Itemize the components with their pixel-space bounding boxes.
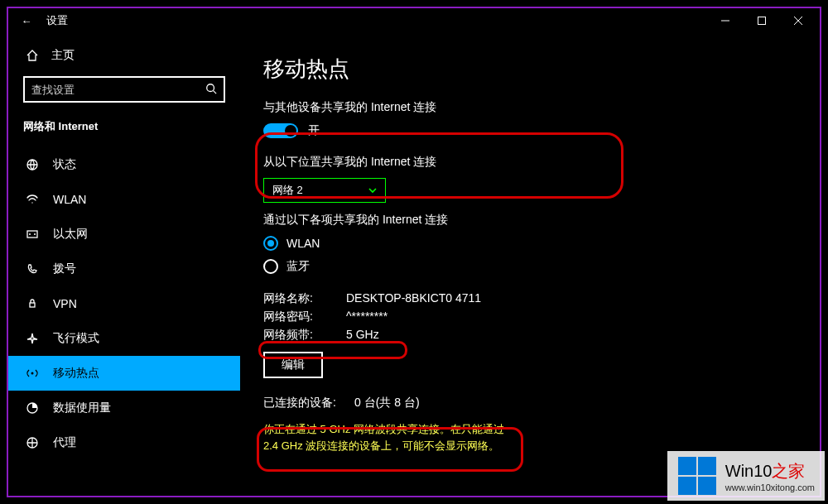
window-title: 设置 (41, 13, 68, 28)
share-from-label: 从以下位置共享我的 Internet 连接 (263, 155, 797, 170)
sidebar-item-label: 代理 (53, 435, 76, 450)
share-label: 与其他设备共享我的 Internet 连接 (263, 100, 797, 115)
wifi-icon (25, 192, 40, 207)
dialup-icon (25, 262, 40, 276)
dropdown-value: 网络 2 (272, 183, 303, 198)
net-name-val: DESKTOP-8BKICT0 4711 (346, 289, 481, 307)
radio-label: 蓝牙 (286, 259, 310, 274)
sidebar-item-proxy[interactable]: 代理 (8, 425, 240, 460)
band-warning: 你正在通过 5 GHz 网络波段共享连接。在只能通过 2.4 GHz 波段连接的… (263, 421, 512, 454)
radio-label: WLAN (286, 237, 320, 250)
home-label: 主页 (51, 48, 75, 63)
search-box[interactable] (23, 76, 225, 103)
maximize-button[interactable] (744, 9, 780, 32)
sidebar-item-hotspot[interactable]: 移动热点 (8, 356, 240, 391)
sidebar-item-label: 飞行模式 (53, 331, 99, 346)
brand-a: Win10 (725, 462, 773, 480)
brand-b: 之家 (772, 462, 805, 480)
minimize-button[interactable] (707, 9, 744, 32)
settings-window: ← 设置 主页 网络和 Inter (7, 7, 821, 497)
radio-wlan[interactable]: WLAN (263, 236, 797, 251)
sidebar-item-label: 以太网 (53, 227, 88, 242)
net-pwd-val: ^******** (346, 307, 388, 325)
chevron-down-icon (368, 185, 377, 197)
net-band-val: 5 GHz (346, 325, 379, 343)
sidebar-home[interactable]: 主页 (8, 40, 240, 71)
home-icon (25, 48, 40, 63)
svg-point-1 (207, 84, 214, 91)
titlebar: ← 设置 (8, 8, 820, 33)
hotspot-icon (25, 366, 40, 381)
connected-key: 已连接的设备: (263, 393, 354, 411)
sidebar-item-label: WLAN (53, 193, 86, 206)
share-from-dropdown[interactable]: 网络 2 (263, 178, 386, 203)
edit-button[interactable]: 编辑 (263, 352, 323, 378)
sidebar-item-label: 拨号 (53, 262, 76, 276)
toggle-state: 开 (308, 123, 320, 138)
connected-val: 0 台(共 8 台) (354, 393, 420, 411)
net-name-key: 网络名称: (263, 289, 346, 307)
sidebar-item-ethernet[interactable]: 以太网 (8, 217, 240, 252)
main-content: 移动热点 与其他设备共享我的 Internet 连接 开 从以下位置共享我的 I… (240, 33, 820, 496)
search-icon (205, 83, 217, 97)
sidebar-item-status[interactable]: 状态 (8, 147, 240, 182)
status-icon (25, 157, 40, 172)
sidebar-category: 网络和 Internet (8, 114, 240, 144)
radio-icon (263, 259, 278, 274)
watermark: Win10之家 www.win10xitong.com (667, 451, 825, 501)
sidebar-item-label: 数据使用量 (53, 401, 111, 415)
svg-rect-0 (758, 17, 766, 25)
sidebar-item-label: 移动热点 (53, 366, 99, 381)
net-pwd-key: 网络密码: (263, 307, 346, 325)
brand-url: www.win10xitong.com (725, 482, 815, 492)
sidebar-item-label: VPN (53, 297, 77, 310)
windows-logo-icon (677, 456, 717, 496)
sidebar-item-wlan[interactable]: WLAN (8, 182, 240, 217)
sidebar-nav: 状态 WLAN 以太网 拨号 VPN (8, 147, 240, 460)
vpn-icon (25, 296, 40, 311)
proxy-icon (25, 435, 40, 450)
radio-bluetooth[interactable]: 蓝牙 (263, 259, 797, 274)
svg-point-5 (31, 372, 34, 375)
sidebar-item-airplane[interactable]: 飞行模式 (8, 321, 240, 356)
sidebar-item-vpn[interactable]: VPN (8, 286, 240, 321)
sidebar-item-label: 状态 (53, 157, 76, 172)
share-toggle[interactable] (263, 123, 298, 138)
sidebar-item-dialup[interactable]: 拨号 (8, 252, 240, 286)
page-title: 移动热点 (263, 55, 797, 84)
data-usage-icon (25, 401, 40, 415)
svg-rect-3 (27, 231, 37, 238)
sidebar: 主页 网络和 Internet 状态 WLAN (8, 33, 240, 496)
net-band-key: 网络频带: (263, 325, 346, 343)
airplane-icon (25, 331, 40, 346)
close-button[interactable] (780, 9, 816, 32)
radio-icon (263, 236, 278, 251)
sidebar-item-datausage[interactable]: 数据使用量 (8, 391, 240, 425)
ethernet-icon (25, 227, 40, 242)
back-button[interactable]: ← (12, 15, 41, 27)
share-over-label: 通过以下各项共享我的 Internet 连接 (263, 213, 797, 228)
svg-rect-4 (30, 303, 35, 307)
search-input[interactable] (31, 84, 205, 96)
